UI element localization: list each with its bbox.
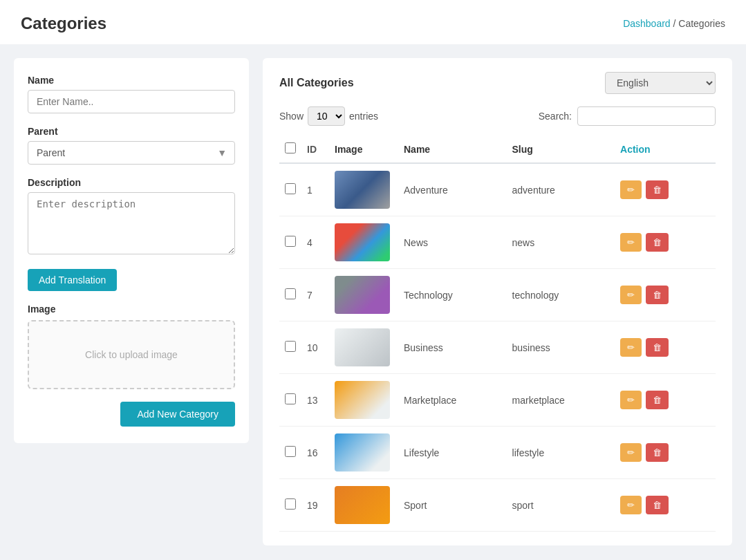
- col-name: Name: [398, 136, 507, 163]
- row-image-cell: [329, 374, 398, 427]
- upload-image-box[interactable]: Click to upload image: [28, 320, 235, 389]
- search-input[interactable]: [577, 106, 716, 126]
- row-checkbox[interactable]: [285, 183, 296, 194]
- row-image-cell: [329, 427, 398, 479]
- row-checkbox-cell: [279, 374, 301, 427]
- category-image: [335, 381, 390, 419]
- breadcrumb: Dashboard / Categories: [623, 18, 725, 29]
- category-image: [335, 223, 390, 261]
- row-id: 16: [301, 427, 329, 479]
- row-checkbox[interactable]: [285, 341, 296, 352]
- search-label: Search:: [539, 111, 572, 122]
- category-image: [335, 276, 390, 314]
- delete-button[interactable]: 🗑: [646, 233, 669, 252]
- row-checkbox-cell: [279, 216, 301, 269]
- row-checkbox-cell: [279, 427, 301, 479]
- row-name: Technology: [398, 269, 507, 321]
- category-image: [335, 328, 390, 366]
- row-checkbox[interactable]: [285, 236, 296, 247]
- delete-button[interactable]: 🗑: [646, 496, 669, 514]
- row-checkbox-cell: [279, 269, 301, 321]
- categories-table: ID Image Name Slug Action 1 Adventure ad…: [279, 136, 716, 532]
- row-checkbox-cell: [279, 163, 301, 216]
- row-name: Adventure: [398, 163, 507, 216]
- delete-button[interactable]: 🗑: [646, 180, 669, 199]
- row-image-cell: [329, 479, 398, 532]
- left-panel: Name Parent Parent ▼ Description Add Tra…: [14, 58, 249, 443]
- delete-button[interactable]: 🗑: [646, 391, 669, 409]
- row-id: 10: [301, 321, 329, 374]
- edit-button[interactable]: ✏: [620, 391, 642, 409]
- edit-button[interactable]: ✏: [620, 286, 642, 304]
- row-id: 4: [301, 216, 329, 269]
- row-action: ✏ 🗑: [615, 321, 716, 374]
- right-panel: All Categories EnglishSpanishFrenchGerma…: [263, 58, 732, 545]
- edit-button[interactable]: ✏: [620, 233, 642, 252]
- row-image-cell: [329, 163, 398, 216]
- row-checkbox[interactable]: [285, 446, 296, 457]
- show-label: Show: [279, 111, 304, 122]
- table-row: 19 Sport sport ✏ 🗑: [279, 479, 716, 532]
- show-entries: Show 10 25 50 entries: [279, 106, 378, 126]
- row-image-cell: [329, 321, 398, 374]
- add-category-row: Add New Category: [28, 402, 235, 427]
- row-action: ✏ 🗑: [615, 216, 716, 269]
- breadcrumb-separator: /: [673, 18, 676, 29]
- row-slug: technology: [507, 269, 615, 321]
- row-action: ✏ 🗑: [615, 163, 716, 216]
- row-slug: business: [507, 321, 615, 374]
- row-slug: adventure: [507, 163, 615, 216]
- select-all-checkbox[interactable]: [285, 142, 296, 153]
- edit-button[interactable]: ✏: [620, 443, 642, 462]
- add-category-button[interactable]: Add New Category: [120, 402, 235, 427]
- row-checkbox[interactable]: [285, 288, 296, 299]
- row-checkbox[interactable]: [285, 393, 296, 404]
- row-id: 19: [301, 479, 329, 532]
- row-checkbox-cell: [279, 321, 301, 374]
- row-action: ✏ 🗑: [615, 374, 716, 427]
- name-group: Name: [28, 75, 235, 113]
- delete-button[interactable]: 🗑: [646, 338, 669, 357]
- add-translation-group: Add Translation: [28, 269, 235, 291]
- delete-button[interactable]: 🗑: [646, 286, 669, 304]
- image-label: Image: [28, 304, 235, 315]
- row-slug: news: [507, 216, 615, 269]
- breadcrumb-dashboard-link[interactable]: Dashboard: [623, 18, 671, 29]
- col-slug: Slug: [507, 136, 615, 163]
- language-select[interactable]: EnglishSpanishFrenchGermanArabic: [605, 72, 716, 94]
- table-controls: Show 10 25 50 entries Search:: [279, 106, 716, 126]
- name-input[interactable]: [28, 90, 235, 113]
- row-action: ✏ 🗑: [615, 479, 716, 532]
- row-checkbox-cell: [279, 479, 301, 532]
- parent-group: Parent Parent ▼: [28, 126, 235, 165]
- row-id: 7: [301, 269, 329, 321]
- page-header: Categories Dashboard / Categories: [0, 0, 746, 44]
- entries-select[interactable]: 10 25 50: [308, 106, 345, 126]
- name-label: Name: [28, 75, 235, 86]
- edit-button[interactable]: ✏: [620, 180, 642, 199]
- parent-select-wrapper: Parent ▼: [28, 141, 235, 165]
- row-id: 1: [301, 163, 329, 216]
- parent-select[interactable]: Parent: [28, 141, 235, 165]
- upload-image-label: Click to upload image: [85, 349, 178, 360]
- row-name: Marketplace: [398, 374, 507, 427]
- delete-button[interactable]: 🗑: [646, 443, 669, 462]
- row-action: ✏ 🗑: [615, 427, 716, 479]
- search-area: Search:: [539, 106, 716, 126]
- row-name: Sport: [398, 479, 507, 532]
- row-image-cell: [329, 216, 398, 269]
- category-image: [335, 486, 390, 524]
- table-row: 10 Business business ✏ 🗑: [279, 321, 716, 374]
- row-slug: lifestyle: [507, 427, 615, 479]
- description-input[interactable]: [28, 192, 235, 254]
- table-row: 1 Adventure adventure ✏ 🗑: [279, 163, 716, 216]
- table-row: 7 Technology technology ✏ 🗑: [279, 269, 716, 321]
- add-translation-button[interactable]: Add Translation: [28, 269, 117, 291]
- row-name: Business: [398, 321, 507, 374]
- edit-button[interactable]: ✏: [620, 496, 642, 514]
- table-header: ID Image Name Slug Action: [279, 136, 716, 163]
- row-checkbox[interactable]: [285, 498, 296, 510]
- entries-label: entries: [349, 111, 378, 122]
- category-image: [335, 171, 390, 209]
- edit-button[interactable]: ✏: [620, 338, 642, 357]
